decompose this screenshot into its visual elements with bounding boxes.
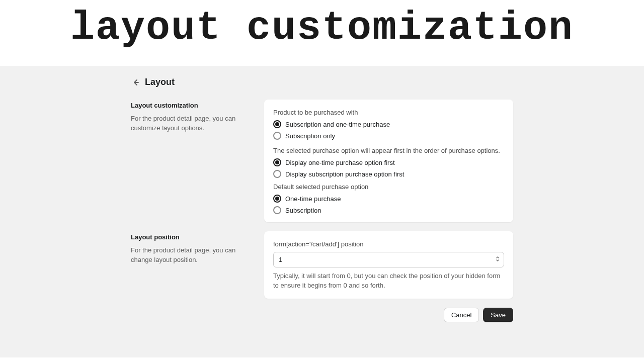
radio-onetime-first[interactable]: Display one-time purchase option first bbox=[273, 158, 504, 166]
purchase-with-group: Product to be purchased with Subscriptio… bbox=[273, 109, 504, 140]
page-title: Layout bbox=[145, 77, 175, 87]
order-first-label: The selected purchase option will appear… bbox=[273, 147, 504, 154]
position-select-wrap: 1 bbox=[273, 252, 504, 267]
hero-banner: layout customization bbox=[0, 0, 644, 66]
radio-label: Subscription only bbox=[285, 132, 335, 140]
cancel-button[interactable]: Cancel bbox=[444, 308, 479, 322]
purchase-with-label: Product to be purchased with bbox=[273, 109, 504, 116]
radio-icon bbox=[273, 170, 281, 178]
section-sidebar: Layout customization For the product det… bbox=[131, 100, 254, 222]
section-title: Layout customization bbox=[131, 102, 254, 109]
default-selected-group: Default selected purchase option One-tim… bbox=[273, 183, 504, 214]
section-layout-customization: Layout customization For the product det… bbox=[131, 100, 513, 222]
save-button[interactable]: Save bbox=[483, 308, 513, 322]
back-arrow-icon[interactable] bbox=[132, 78, 140, 86]
position-select[interactable]: 1 bbox=[273, 252, 504, 267]
radio-icon bbox=[273, 132, 281, 140]
radio-default-onetime[interactable]: One-time purchase bbox=[273, 195, 504, 203]
radio-label: Subscription and one-time purchase bbox=[285, 121, 390, 128]
radio-icon bbox=[273, 195, 281, 203]
default-selected-label: Default selected purchase option bbox=[273, 183, 504, 191]
radio-label: Display subscription purchase option fir… bbox=[285, 170, 404, 178]
radio-default-subscription[interactable]: Subscription bbox=[273, 206, 504, 214]
app-background: Layout Layout customization For the prod… bbox=[0, 66, 644, 357]
radio-subscription-first[interactable]: Display subscription purchase option fir… bbox=[273, 170, 504, 178]
position-help-text: Typically, it will start from 0, but you… bbox=[273, 272, 504, 291]
position-field-label: form[action='/cart/add'] position bbox=[273, 240, 504, 248]
section-description: For the product detail page, you can cus… bbox=[131, 114, 254, 133]
radio-icon bbox=[273, 206, 281, 214]
hero-title: layout customization bbox=[0, 5, 644, 51]
section-description: For the product detail page, you can cha… bbox=[131, 246, 254, 265]
section-title: Layout position bbox=[131, 233, 254, 241]
radio-purchase-sub-only[interactable]: Subscription only bbox=[273, 132, 504, 140]
radio-label: One-time purchase bbox=[285, 195, 341, 203]
content-container: Layout Layout customization For the prod… bbox=[131, 77, 513, 322]
radio-icon bbox=[273, 120, 281, 128]
order-first-group: The selected purchase option will appear… bbox=[273, 147, 504, 178]
page-header: Layout bbox=[131, 77, 513, 87]
radio-label: Subscription bbox=[285, 207, 321, 214]
radio-icon bbox=[273, 158, 281, 166]
form-actions: Cancel Save bbox=[131, 308, 513, 322]
section-layout-position: Layout position For the product detail p… bbox=[131, 231, 513, 299]
customization-card: Product to be purchased with Subscriptio… bbox=[264, 100, 513, 222]
radio-label: Display one-time purchase option first bbox=[285, 159, 395, 166]
section-sidebar: Layout position For the product detail p… bbox=[131, 231, 254, 299]
radio-purchase-both[interactable]: Subscription and one-time purchase bbox=[273, 120, 504, 128]
position-card: form[action='/cart/add'] position 1 Typi… bbox=[264, 231, 513, 299]
